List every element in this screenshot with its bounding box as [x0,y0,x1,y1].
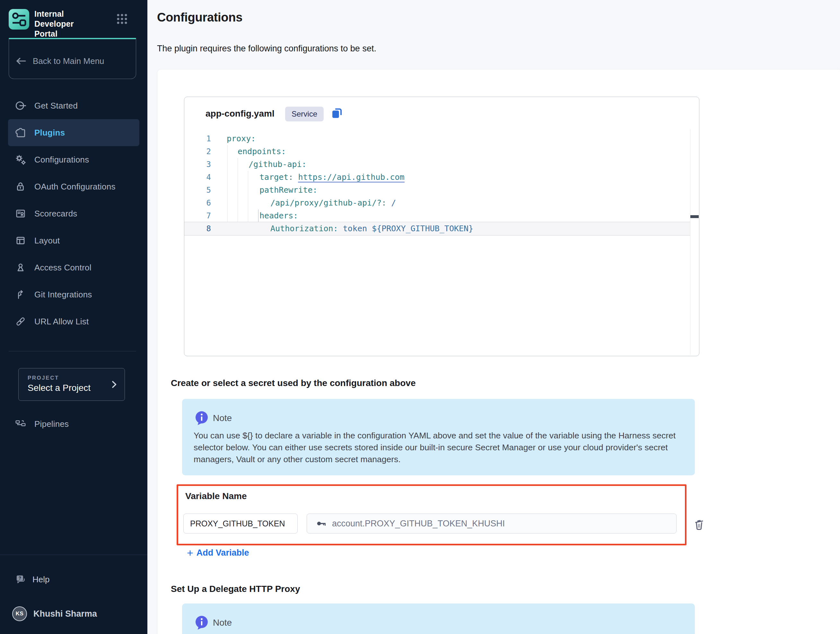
project-kicker: PROJECT [28,375,59,381]
chevron-right-icon [109,379,120,390]
sidebar-nav: Get StartedPluginsConfigurationsOAuth Co… [0,92,147,335]
sidebar-item-label: Get Started [34,101,78,111]
git-integrations-icon [14,288,27,300]
proxy-section-heading: Set Up a Delegate HTTP Proxy [171,584,300,594]
line-number: 6 [184,196,211,209]
help-label: Help [32,575,49,585]
secret-value: account.PROXY_GITHUB_TOKEN_KHUSHI [332,519,505,529]
page-subtitle: The plugin requires the following config… [157,44,376,54]
variable-name-label: Variable Name [185,491,246,501]
url-allow-list-icon [14,315,27,327]
plugins-icon [14,126,27,139]
configurations-icon [14,153,27,166]
sidebar-item-label: OAuth Configurations [34,182,115,192]
note-title: Note [213,413,232,423]
app-title-line2: Portal [34,29,105,39]
code-line-6[interactable]: 6/api/proxy/github-api/?: / [184,196,690,209]
sidebar-item-scorecards[interactable]: Scorecards [8,200,139,227]
sidebar-item-oauth-configurations[interactable]: OAuth Configurations [8,173,139,200]
line-number: 5 [184,184,211,196]
secret-selector[interactable]: account.PROXY_GITHUB_TOKEN_KHUSHI [307,514,677,533]
code-text: /api/proxy/github-api/?: / [184,196,690,209]
sidebar-item-get-started[interactable]: Get Started [8,92,139,119]
line-number: 7 [184,209,211,222]
annotation-highlight-box: Variable Name account.PROXY_GITHUB_TOKEN… [177,484,687,545]
key-icon [316,518,327,529]
note-box-proxy: Note [182,604,695,634]
sidebar-item-layout[interactable]: Layout [8,227,139,254]
footer-divider [0,555,147,555]
sidebar-item-label: Access Control [34,263,92,273]
code-text: target: https://api.github.com [184,171,690,184]
add-variable-label: Add Variable [196,548,249,558]
user-avatar: KS [12,606,27,621]
copy-icon[interactable] [330,105,344,120]
page-title: Configurations [157,9,242,25]
help-chat-icon: ? [14,573,27,585]
line-number: 1 [184,132,211,145]
idp-logo-icon [9,9,29,30]
help-button[interactable]: ? Help [0,566,147,593]
pipelines-icon [14,418,27,430]
code-line-4[interactable]: 4target: https://api.github.com [184,171,690,184]
project-selector[interactable]: PROJECT Select a Project [18,368,125,401]
get-started-icon [14,100,27,112]
info-icon [194,411,209,425]
code-text: pathRewrite: [184,184,690,196]
code-area[interactable]: 1proxy:2endpoints:3/github-api:4target: … [184,132,690,235]
code-text: endpoints: [184,145,690,158]
sidebar-item-git-integrations[interactable]: Git Integrations [8,281,139,308]
code-line-8[interactable]: 8Authorization: token ${PROXY_GITHUB_TOK… [184,222,690,235]
sidebar-item-configurations[interactable]: Configurations [8,146,139,173]
sidebar-item-access-control[interactable]: Access Control [8,254,139,281]
info-icon [194,615,209,630]
code-text: headers: [184,209,690,222]
configurations-card: app-config.yaml Service 1proxy:2endpoint… [157,69,840,634]
variable-name-input[interactable] [183,514,298,533]
config-filename: app-config.yaml [205,109,275,119]
code-line-7[interactable]: 7headers: [184,209,690,222]
layout-icon [14,234,27,247]
sidebar-divider [9,351,136,351]
secret-section-heading: Create or select a secret used by the co… [171,378,415,388]
editor-scrollbar-thumb[interactable] [690,215,699,218]
sidebar-item-url-allow-list[interactable]: URL Allow List [8,308,139,335]
oauth-icon [14,180,27,193]
add-variable-button[interactable]: + Add Variable [187,547,249,558]
sidebar-item-pipelines[interactable]: Pipelines [8,411,139,438]
back-to-main-menu[interactable]: Back to Main Menu [9,39,136,79]
code-line-3[interactable]: 3/github-api: [184,158,690,171]
sidebar-item-label: Plugins [34,128,65,138]
scorecards-icon [14,207,27,220]
code-line-1[interactable]: 1proxy: [184,132,690,145]
delete-variable-icon[interactable] [692,517,706,531]
note-box-secret: Note You can use ${} to declare a variab… [182,399,695,475]
arrow-left-icon [15,55,27,67]
code-line-2[interactable]: 2endpoints: [184,145,690,158]
brand-row: Internal Developer Portal [9,8,137,31]
code-line-5[interactable]: 5pathRewrite: [184,184,690,196]
sidebar-item-label: URL Allow List [34,317,88,327]
sidebar-item-label: Configurations [34,155,89,165]
back-to-main-menu-label: Back to Main Menu [33,56,104,66]
sidebar-item-plugins[interactable]: Plugins [8,119,139,146]
line-number: 2 [184,145,211,158]
editor-scrollbar-track [690,129,690,355]
user-menu[interactable]: KS Khushi Sharma [0,606,147,621]
code-text: proxy: [184,132,690,145]
svg-text:?: ? [19,576,21,581]
access-control-icon [14,261,27,274]
user-name: Khushi Sharma [33,609,97,619]
code-text: /github-api: [184,158,690,171]
sidebar: Internal Developer Portal Back to Main M… [0,0,147,634]
main-content: Configurations The plugin requires the f… [147,0,840,634]
apps-grid-icon[interactable] [116,13,128,25]
pipelines-row: Pipelines [0,411,147,438]
line-number: 8 [184,222,211,235]
yaml-editor: app-config.yaml Service 1proxy:2endpoint… [184,96,699,356]
sidebar-item-label: Git Integrations [34,290,92,300]
app-title-line1: Internal Developer [34,9,105,29]
note-body: You can use ${} to declare a variable in… [194,430,682,465]
plus-icon: + [187,547,193,558]
sidebar-item-label: Pipelines [34,419,69,429]
